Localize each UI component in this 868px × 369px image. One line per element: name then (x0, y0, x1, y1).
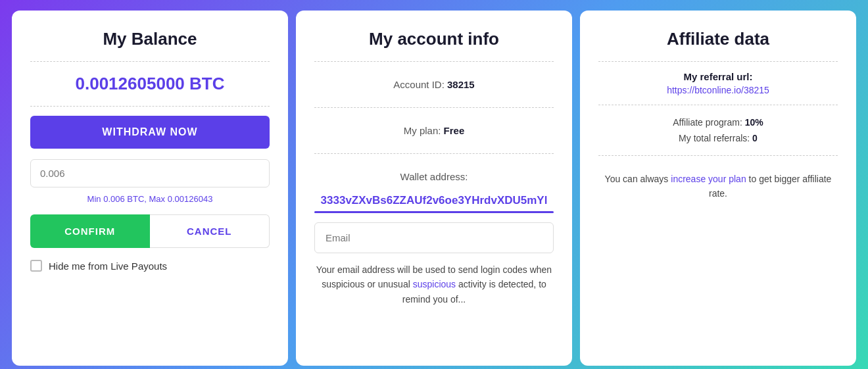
account-id-value: 38215 (447, 79, 475, 90)
withdraw-button[interactable]: WITHDRAW NOW (30, 116, 270, 149)
referral-label: My referral url: (598, 71, 838, 82)
suspicious-link[interactable]: suspicious (413, 279, 456, 289)
confirm-button[interactable]: CONFIRM (30, 214, 150, 248)
amount-input[interactable] (30, 159, 270, 187)
hide-checkbox[interactable] (30, 260, 42, 272)
min-max-text: Min 0.006 BTC, Max 0.00126043 (30, 194, 270, 204)
plan-value: Free (444, 125, 465, 136)
divider-5 (314, 153, 554, 154)
cancel-button[interactable]: CANCEL (150, 214, 270, 248)
increase-text-1: You can always (605, 174, 671, 184)
hide-label: Hide me from Live Payouts (49, 260, 167, 272)
plan-label: My plan: (404, 125, 441, 136)
wallet-address: 3333vZXvBs6ZZAUf2v6oe3YHrdvXDU5mYl (314, 194, 554, 207)
divider-1 (30, 61, 270, 62)
divider-4 (314, 107, 554, 108)
total-referrals-value: 0 (752, 133, 758, 143)
total-referrals-row: My total referrals: 0 (598, 130, 838, 146)
divider-2 (30, 106, 270, 107)
wallet-label: Wallet address: (314, 163, 554, 190)
affiliate-program-label: Affiliate program: (673, 117, 742, 128)
total-referrals-label: My total referrals: (679, 133, 750, 143)
account-id-row: Account ID: 38215 (314, 71, 554, 98)
balance-amount: 0.0012605000 BTC (30, 74, 270, 94)
plan-row: My plan: Free (314, 117, 554, 144)
email-description: Your email address will be used to send … (314, 262, 554, 307)
affiliate-title: Affiliate data (598, 29, 838, 49)
affiliate-panel: Affiliate data My referral url: https://… (580, 11, 856, 366)
account-info-title: My account info (314, 29, 554, 49)
affiliate-program-row: Affiliate program: 10% (598, 114, 838, 130)
confirm-cancel-row: CONFIRM CANCEL (30, 214, 270, 248)
referral-url[interactable]: https://btconline.io/38215 (598, 85, 838, 95)
increase-plan-text: You can always increase your plan to get… (598, 165, 838, 208)
balance-panel: My Balance 0.0012605000 BTC WITHDRAW NOW… (12, 11, 288, 366)
increase-plan-link[interactable]: increase your plan (671, 174, 746, 184)
hide-row: Hide me from Live Payouts (30, 260, 270, 272)
divider-6 (598, 61, 838, 62)
divider-8 (598, 155, 838, 156)
account-id-label: Account ID: (393, 79, 445, 90)
balance-title: My Balance (30, 29, 270, 49)
affiliate-program-value: 10% (745, 117, 763, 128)
email-input[interactable] (314, 222, 554, 253)
account-info-panel: My account info Account ID: 38215 My pla… (296, 11, 572, 366)
wallet-underline (314, 211, 554, 213)
divider-3 (314, 61, 554, 62)
divider-7 (598, 105, 838, 105)
